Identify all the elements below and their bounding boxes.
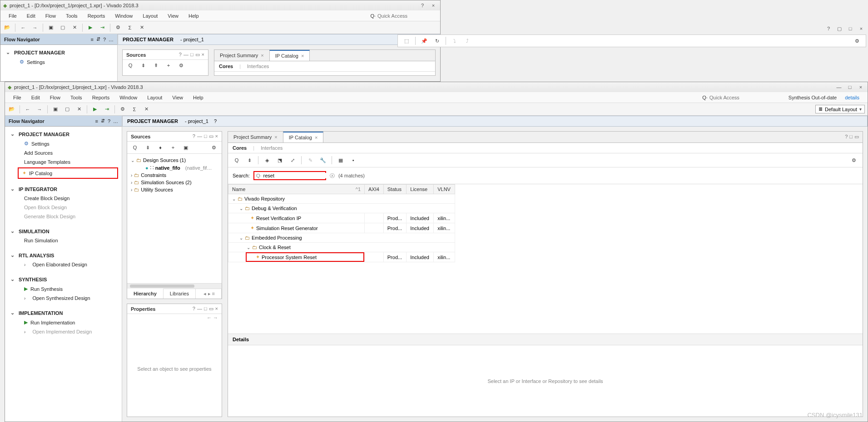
collapse-icon[interactable]: ⇟ [245, 156, 253, 164]
nav-run-simulation[interactable]: Run Simulation [5, 236, 122, 245]
run-icon[interactable]: ▶ [86, 24, 94, 32]
gear-icon[interactable]: ⚙ [177, 61, 185, 69]
restore-icon[interactable]: ▭ [195, 52, 200, 58]
restore-icon[interactable]: ▭ [209, 133, 213, 139]
menu-file[interactable]: File [4, 12, 21, 20]
cancel-icon[interactable]: ✕ [70, 24, 79, 32]
minimize-icon[interactable]: — [184, 52, 188, 58]
tab-ip-catalog[interactable]: IP Catalog× [269, 50, 310, 61]
details-link[interactable]: details [845, 95, 859, 100]
close-icon[interactable]: × [202, 52, 204, 58]
nav-add-sources[interactable]: Add Sources [5, 148, 122, 157]
nav-project-manager[interactable]: ⌄PROJECT MANAGER [0, 48, 117, 57]
more-icon[interactable]: … [113, 118, 118, 124]
cancel2-icon[interactable]: ✕ [138, 24, 146, 32]
titlebar[interactable]: ◆ project_1 - [D:/lxx/project_1/project_… [5, 82, 868, 92]
close-icon[interactable]: × [215, 306, 218, 312]
menu-flow[interactable]: Flow [45, 93, 65, 102]
close-icon[interactable]: × [429, 1, 437, 10]
add-icon[interactable]: + [169, 143, 177, 152]
maximize-icon[interactable]: □ [190, 52, 193, 58]
gear-icon[interactable]: ⚙ [853, 37, 861, 45]
gear-icon[interactable]: ⚙ [210, 143, 218, 152]
col-vlnv[interactable]: VLNV [434, 185, 455, 194]
open-icon[interactable]: 📂 [8, 105, 16, 113]
minimize-icon[interactable]: — [197, 133, 202, 139]
sigma-icon[interactable]: Σ [126, 24, 134, 32]
table-row[interactable]: ⌄🗀Clock & Reset [228, 243, 455, 252]
tab-project-summary[interactable]: Project Summary× [214, 50, 269, 61]
search-box[interactable]: Q· [253, 171, 326, 180]
quick-access-input[interactable] [709, 95, 764, 100]
nav-create-block-design[interactable]: Create Block Design [5, 194, 122, 203]
titlebar[interactable]: ◆ project_1 - [D:/lxx/project_1/project_… [0, 0, 440, 10]
menu-edit[interactable]: Edit [27, 93, 45, 102]
quick-access-input[interactable] [377, 13, 432, 19]
group-icon[interactable]: ⤢ [288, 156, 297, 164]
expand-icon[interactable]: ♦ [156, 143, 164, 152]
collapse-icon[interactable]: ≡ [95, 118, 98, 124]
nav-synthesis[interactable]: ⌄SYNTHESIS [5, 275, 122, 284]
table-row[interactable]: ⌄🗀Embedded Processing [228, 233, 455, 243]
info-icon[interactable]: ◈ [263, 156, 271, 164]
sigma-icon[interactable]: Σ [130, 105, 139, 113]
nav-run-implementation[interactable]: ▶Run Implementation [5, 318, 122, 327]
table-row[interactable]: ✦Reset Verification IPProd...Includedxil… [228, 213, 455, 223]
tab-interfaces[interactable]: Interfaces [261, 145, 283, 151]
table-row-processor-system-reset[interactable]: ✦Processor System ResetProd...Includedxi… [228, 252, 455, 262]
maximize-icon[interactable]: □ [204, 306, 207, 312]
board-icon[interactable]: ▦ [337, 156, 345, 164]
maximize-icon[interactable]: □ [204, 133, 207, 139]
col-name[interactable]: Name^1 [228, 185, 365, 194]
menu-view[interactable]: View [163, 12, 183, 20]
quick-access[interactable]: Q· [366, 12, 436, 20]
menu-reports[interactable]: Reports [88, 93, 114, 102]
help-icon[interactable]: ? [193, 306, 195, 312]
quick-access[interactable]: Q· [698, 93, 769, 102]
menu-tools[interactable]: Tools [66, 93, 87, 102]
tree-design-sources[interactable]: ⌄🗀Design Sources (1) [131, 157, 218, 164]
paste-icon[interactable]: ▢ [63, 105, 71, 113]
menu-window[interactable]: Window [115, 93, 142, 102]
menu-flow[interactable]: Flow [41, 12, 60, 20]
menu-file[interactable]: File [9, 93, 26, 102]
nav-settings[interactable]: ⚙Settings [0, 57, 117, 67]
help-icon[interactable]: ? [824, 25, 833, 33]
list-icon[interactable]: ▪ [349, 156, 357, 164]
close-icon[interactable]: × [261, 53, 263, 58]
collapse-icon[interactable]: ≡ [90, 37, 93, 42]
nav-rtl-analysis[interactable]: ⌄RTL ANALYSIS [5, 250, 122, 260]
nav-ip-catalog[interactable]: ✦IP Catalog [18, 167, 118, 179]
gear-icon[interactable]: ⚙ [114, 24, 122, 32]
nav-run-synthesis[interactable]: ▶Run Synthesis [5, 284, 122, 294]
forward-icon[interactable]: → [35, 105, 44, 113]
tree-constraints[interactable]: ›🗀Constraints [131, 172, 218, 179]
help-icon[interactable]: ? [418, 1, 427, 10]
pin-icon[interactable]: 📌 [420, 37, 428, 45]
close-icon[interactable]: × [315, 135, 317, 140]
close-icon[interactable]: × [274, 134, 277, 140]
tab-more[interactable]: ◂ ▸ ≡ [196, 289, 222, 299]
clear-search-icon[interactable]: ⓧ [330, 172, 335, 179]
menu-tools[interactable]: Tools [61, 12, 82, 20]
tree-simulation-sources[interactable]: ›🗀Simulation Sources (2) [131, 179, 218, 186]
nav-settings[interactable]: ⚙Settings [5, 139, 122, 148]
view-icon[interactable]: ▣ [182, 143, 190, 152]
cancel2-icon[interactable]: ✕ [142, 105, 150, 113]
table-row[interactable]: ⌄🗀Debug & Verification [228, 204, 455, 213]
maximize-icon[interactable]: □ [846, 25, 854, 33]
cancel-icon[interactable]: ✕ [75, 105, 83, 113]
copy-icon[interactable]: ▣ [51, 105, 60, 113]
refresh-icon[interactable]: ↻ [433, 37, 441, 45]
back-icon[interactable]: ← [24, 105, 32, 113]
nav-open-elaborated-design[interactable]: › Open Elaborated Design [5, 260, 122, 269]
nav-implementation[interactable]: ⌄IMPLEMENTATION [5, 308, 122, 318]
menu-view[interactable]: View [168, 93, 188, 102]
search-icon[interactable]: Q [233, 156, 241, 164]
close-icon[interactable]: × [857, 83, 865, 91]
restore-icon[interactable]: ▭ [209, 306, 213, 312]
search-input[interactable] [263, 173, 326, 178]
step-icon[interactable]: ⇥ [98, 24, 106, 32]
tab-interfaces[interactable]: Interfaces [247, 64, 269, 69]
help-icon[interactable]: ? [179, 52, 182, 58]
